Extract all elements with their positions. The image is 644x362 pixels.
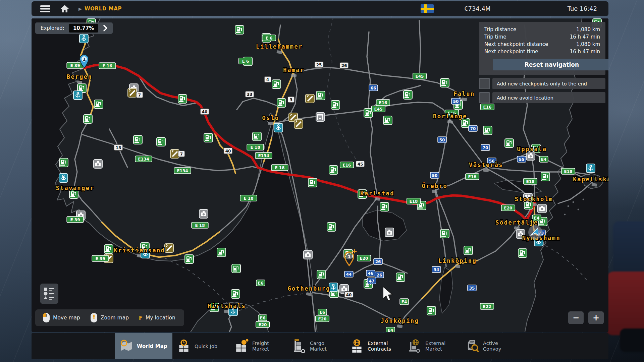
fuel-station-icon[interactable] <box>235 25 244 34</box>
fuel-station-icon[interactable] <box>518 249 527 257</box>
fuel-station-icon[interactable] <box>396 273 405 282</box>
city-label-västerås[interactable]: Västerås <box>469 161 503 168</box>
fuel-station-icon[interactable] <box>157 137 165 146</box>
viewpoint-camera-icon[interactable] <box>385 228 394 237</box>
fuel-station-icon[interactable] <box>84 115 92 123</box>
player-position-marker[interactable] <box>528 225 542 239</box>
fuel-station-icon[interactable] <box>277 99 286 107</box>
add-checkpoints-option[interactable]: Add new checkpoints only to the end <box>492 78 605 89</box>
viewpoint-camera-icon[interactable] <box>94 160 102 168</box>
fuel-station-icon[interactable] <box>427 306 436 315</box>
fuel-station-icon[interactable] <box>308 178 317 187</box>
fuel-station-icon[interactable] <box>404 90 412 99</box>
tab-world-map[interactable]: World Map <box>115 333 172 359</box>
city-label-linköping[interactable]: Linköping <box>438 257 477 264</box>
city-label-södertälje[interactable]: Södertälje <box>495 219 538 226</box>
zoom-out-button[interactable]: − <box>568 311 584 324</box>
tab-external-contracts[interactable]: External Contracts <box>345 333 403 359</box>
city-label-gothenburg[interactable]: Gothenburg <box>287 285 330 292</box>
fuel-station-icon[interactable] <box>133 135 142 144</box>
fuel-station-icon[interactable] <box>331 101 340 109</box>
city-label-stockholm[interactable]: Stockholm <box>515 196 553 202</box>
city-label-jönköping[interactable]: Jönköping <box>381 317 419 324</box>
fuel-station-icon[interactable] <box>464 246 473 255</box>
viewpoint-camera-icon[interactable] <box>538 204 546 213</box>
city-label-bergen[interactable]: Bergen <box>67 73 92 80</box>
road-sign-13: 13 <box>114 144 123 150</box>
roadwork-icon[interactable] <box>128 88 137 97</box>
home-button[interactable] <box>56 1 74 16</box>
city-label-uppsala[interactable]: Uppsala <box>517 146 547 153</box>
fuel-station-icon[interactable] <box>104 245 113 253</box>
tab-cargo-market[interactable]: Cargo Market <box>288 333 345 359</box>
city-label-stavanger[interactable]: Stavanger <box>56 185 95 191</box>
avoid-location-checkbox[interactable] <box>479 92 490 103</box>
roadwork-icon[interactable] <box>165 244 173 252</box>
viewpoint-camera-icon[interactable] <box>199 209 208 218</box>
fuel-station-icon[interactable] <box>231 290 240 298</box>
fuel-station-icon[interactable] <box>59 158 68 167</box>
zoom-in-button[interactable]: + <box>588 311 604 324</box>
next-checkpoint-distance-value: 1,080 km <box>576 41 600 48</box>
menu-button[interactable] <box>35 1 56 16</box>
checkpoints-to-end-checkbox[interactable] <box>479 78 490 89</box>
fuel-station-icon[interactable] <box>217 248 226 257</box>
city-label-falun[interactable]: Falun <box>453 90 475 97</box>
road-sign-e6: E6 <box>256 280 265 286</box>
fuel-station-icon[interactable] <box>185 255 194 263</box>
top-bar: ▶ WORLD MAP €734.4M Tue 16:42 <box>32 1 608 16</box>
reset-navigation-button[interactable]: Reset navigation <box>493 59 608 70</box>
tab-freight-market[interactable]: Freight Market <box>230 333 288 359</box>
city-label-hirtshals[interactable]: Hirtshals <box>208 303 246 309</box>
fuel-station-icon[interactable] <box>329 166 338 174</box>
add-avoid-location-option[interactable]: Add new avoid location <box>492 92 605 103</box>
ferry-port-icon[interactable] <box>59 174 68 182</box>
map-legend-button[interactable] <box>40 284 58 304</box>
tab-external-market[interactable]: External Market <box>403 333 461 359</box>
roadwork-icon[interactable] <box>306 94 314 103</box>
city-label-örebro[interactable]: Örebro <box>422 182 447 189</box>
fuel-station-icon[interactable] <box>327 223 336 231</box>
fuel-station-icon[interactable] <box>440 229 449 238</box>
fuel-station-icon[interactable] <box>204 133 213 142</box>
fuel-station-icon[interactable] <box>440 78 449 87</box>
fuel-station-icon[interactable] <box>253 132 261 141</box>
fuel-station-icon[interactable] <box>383 116 392 125</box>
city-label-lillehammer[interactable]: Lillehammer <box>256 43 303 50</box>
fuel-station-icon[interactable] <box>316 91 325 100</box>
ferry-port-icon[interactable] <box>79 34 88 43</box>
roadwork-icon[interactable] <box>294 120 303 128</box>
archipelago-island <box>578 209 579 210</box>
ferry-port-icon[interactable] <box>329 283 338 292</box>
ferry-port-icon[interactable] <box>586 164 595 173</box>
city-label-kristiansand[interactable]: Kristiansand <box>114 247 165 254</box>
tab-active-convoy[interactable]: Active Convoy <box>461 333 519 359</box>
fuel-station-icon[interactable] <box>232 264 240 273</box>
ferry-port-icon[interactable] <box>274 123 283 132</box>
explored-expand-button[interactable] <box>98 22 113 34</box>
roadwork-icon[interactable] <box>170 149 179 158</box>
fuel-station-icon[interactable] <box>317 270 326 279</box>
ferry-port-icon[interactable] <box>73 91 82 100</box>
fuel-station-icon[interactable] <box>272 80 281 88</box>
fuel-station-icon[interactable] <box>505 139 514 147</box>
city-label-borlänge[interactable]: Borlänge <box>433 113 467 120</box>
fuel-station-icon[interactable] <box>94 100 103 109</box>
tab-quick-job[interactable]: Quick Job <box>172 333 230 359</box>
road-sign-e18: E 18 <box>247 144 264 150</box>
legend-icon <box>43 287 56 301</box>
fuel-station-icon[interactable] <box>483 126 492 135</box>
viewpoint-camera-icon[interactable] <box>304 250 312 259</box>
city-label-hamar[interactable]: Hamar <box>283 67 305 73</box>
svg-text:1: 1 <box>83 57 86 62</box>
breadcrumb-chevron-icon: ▶ <box>78 6 82 11</box>
city-label-karlstad[interactable]: Karlstad <box>360 190 394 197</box>
city-label-kapellskär[interactable]: Kapellskär <box>573 176 608 183</box>
fuel-station-icon[interactable] <box>178 95 187 103</box>
archipelago-island <box>573 201 574 203</box>
toll-gate-icon[interactable] <box>316 113 325 121</box>
fuel-station-icon[interactable] <box>541 172 550 181</box>
viewpoint-camera-icon[interactable] <box>526 152 535 160</box>
fuel-station-icon[interactable] <box>380 202 389 211</box>
city-label-oslo[interactable]: Oslo <box>262 115 279 121</box>
